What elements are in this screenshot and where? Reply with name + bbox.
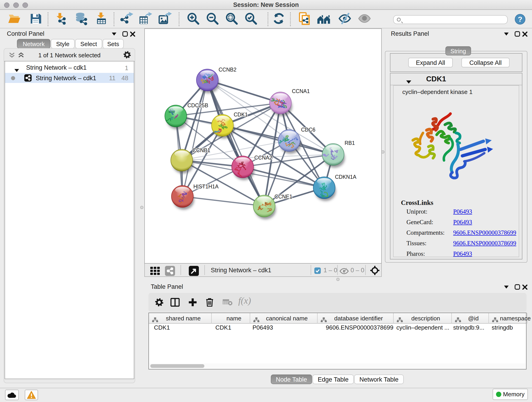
svg-text:RB1: RB1 [345,140,355,146]
svg-text:CCNB2: CCNB2 [219,67,236,73]
svg-text:CDK1: CDK1 [234,112,248,118]
svg-text:CCNB1: CCNB1 [192,147,210,153]
svg-text:CDC25B: CDC25B [187,102,208,108]
svg-text:?: ? [518,15,522,23]
svg-text:CDKN1A: CDKN1A [335,174,356,180]
svg-text:CCNA1: CCNA1 [292,88,310,94]
svg-text:HIST1H1A: HIST1H1A [193,184,219,190]
svg-text:CCNA2: CCNA2 [254,155,272,161]
svg-text:CDC6: CDC6 [301,127,316,133]
svg-text:CCNE1: CCNE1 [274,194,292,200]
